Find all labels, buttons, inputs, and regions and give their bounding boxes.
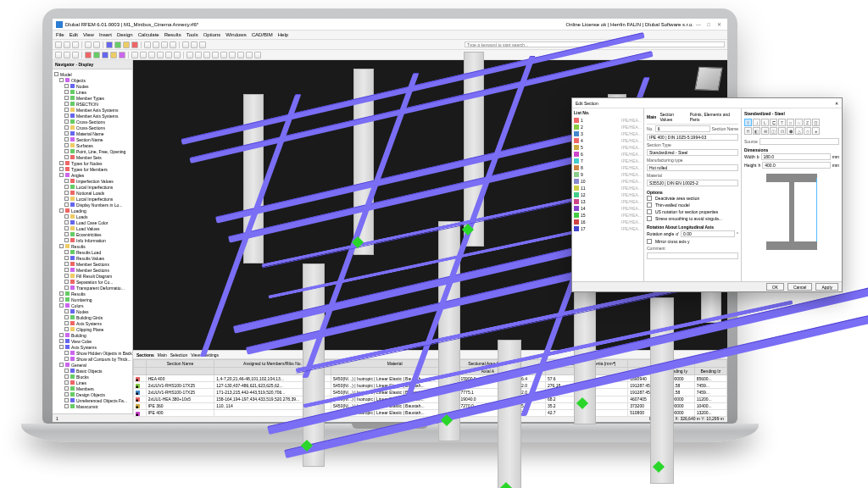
- opt3-label: US notation for section properties: [655, 209, 718, 214]
- menu-calculate[interactable]: Calculate: [138, 32, 159, 37]
- material-input[interactable]: [647, 180, 738, 186]
- menu-options[interactable]: Options: [203, 32, 221, 37]
- list-item[interactable]: 3IPE/HEA...: [574, 130, 642, 137]
- comment-input[interactable]: [647, 252, 738, 259]
- shape-button[interactable]: ◧: [753, 127, 760, 135]
- list-item[interactable]: 11IPE/HEA...: [574, 185, 642, 191]
- shape-selector: I ⊥ L ⊏ T □ ○ Z ∏ H ◧ ⊞ ◫ ⊡ ⬢ △ ◇ ●: [744, 119, 839, 135]
- shape-button[interactable]: L: [761, 119, 769, 126]
- menu-design[interactable]: Design: [117, 32, 133, 37]
- mfg-input[interactable]: [647, 164, 738, 171]
- shape-button[interactable]: T: [778, 119, 786, 126]
- shape-button[interactable]: ○: [795, 119, 803, 126]
- shape-i-button[interactable]: I: [744, 119, 752, 126]
- mirror-label: Mirror cross axis y: [655, 239, 690, 244]
- menu-cad/bim[interactable]: CAD/BIM: [252, 32, 273, 37]
- apply-button[interactable]: Apply: [815, 283, 838, 291]
- section-type-label: Section Type: [647, 142, 671, 147]
- dialog-list-panel: List No. 1IPE/HEA...2IPE/HEA...3IPE/HEA.…: [572, 108, 644, 281]
- shape-button[interactable]: △: [795, 127, 803, 135]
- tab-main[interactable]: Main: [647, 114, 656, 119]
- menu-help[interactable]: Help: [278, 32, 288, 37]
- window-title: Dlubal RFEM 6.01.0003 | M1_Minibus_Cinem…: [65, 22, 198, 27]
- comment-label: Comment: [647, 246, 665, 251]
- undo-button[interactable]: [85, 42, 92, 48]
- line-button[interactable]: [93, 52, 100, 58]
- list-item[interactable]: 9IPE/HEA...: [574, 171, 642, 178]
- opt2-check[interactable]: [647, 202, 652, 208]
- list-item[interactable]: 1IPE/HEA...: [574, 117, 642, 124]
- dialog-close-button[interactable]: ✕: [835, 101, 838, 106]
- width-input[interactable]: [761, 153, 831, 160]
- shape-button[interactable]: □: [787, 119, 794, 126]
- list-item[interactable]: 10IPE/HEA...: [574, 178, 642, 185]
- section-no-label: No.: [647, 126, 654, 131]
- minimize-button[interactable]: —: [693, 22, 704, 27]
- menu-windows[interactable]: Windows: [225, 32, 246, 37]
- shape-button[interactable]: ⊡: [778, 127, 786, 135]
- rotation-sym: α': [676, 231, 679, 236]
- menu-tools[interactable]: Tools: [186, 32, 198, 37]
- section-type-input[interactable]: [647, 149, 738, 156]
- menu-edit[interactable]: Edit: [70, 32, 78, 37]
- section-no-input[interactable]: [655, 125, 710, 132]
- move-button[interactable]: [64, 52, 70, 58]
- opt4-check[interactable]: [647, 216, 652, 221]
- node-button[interactable]: [85, 52, 92, 58]
- shape-button[interactable]: Z: [804, 119, 811, 126]
- width-label: Width: [744, 154, 755, 159]
- list-item[interactable]: 17IPE/HEA...: [574, 225, 642, 232]
- height-input[interactable]: [762, 162, 830, 169]
- source-label: Source: [744, 139, 758, 144]
- menu-insert[interactable]: Insert: [99, 32, 112, 37]
- list-item[interactable]: 6IPE/HEA...: [574, 151, 642, 158]
- menu-file[interactable]: File: [56, 32, 64, 37]
- ok-button[interactable]: OK: [766, 283, 784, 291]
- list-item[interactable]: 8IPE/HEA...: [574, 164, 642, 171]
- rotate-button[interactable]: [72, 52, 79, 58]
- list-item[interactable]: 7IPE/HEA...: [574, 158, 642, 164]
- shape-button[interactable]: ◫: [770, 127, 777, 135]
- list-item[interactable]: 14IPE/HEA...: [574, 205, 642, 212]
- shape-button[interactable]: ∏: [812, 119, 820, 126]
- opt1-check[interactable]: [647, 196, 652, 201]
- opt1-label: Deactivate area section: [655, 196, 699, 201]
- list-item[interactable]: 12IPE/HEA...: [574, 191, 642, 198]
- width-unit: mm: [832, 154, 839, 159]
- shape-button[interactable]: ◇: [804, 127, 811, 135]
- open-button[interactable]: [64, 42, 70, 48]
- redo-button[interactable]: [93, 42, 100, 48]
- list-item[interactable]: 13IPE/HEA...: [574, 198, 642, 205]
- source-input[interactable]: [760, 138, 839, 145]
- section-preview: [766, 174, 817, 250]
- select-button[interactable]: [55, 52, 62, 58]
- new-button[interactable]: [55, 42, 62, 48]
- list-item[interactable]: 15IPE/HEA...: [574, 212, 642, 219]
- opt3-check[interactable]: [647, 209, 652, 214]
- shape-button[interactable]: ●: [812, 127, 820, 135]
- shape-button[interactable]: H: [744, 127, 752, 135]
- shape-button[interactable]: ⊥: [753, 119, 760, 126]
- cancel-button[interactable]: Cancel: [787, 283, 813, 291]
- mfg-label: Manufacturing type: [647, 158, 683, 163]
- mirror-check[interactable]: [647, 239, 652, 244]
- list-item[interactable]: 2IPE/HEA...: [574, 124, 642, 130]
- list-item[interactable]: 16IPE/HEA...: [574, 219, 642, 225]
- save-button[interactable]: [72, 42, 79, 48]
- height-unit: mm: [832, 163, 839, 168]
- menu-view[interactable]: View: [83, 32, 94, 37]
- tab-values[interactable]: Section Values: [659, 112, 686, 122]
- close-button[interactable]: ✕: [714, 21, 724, 27]
- shape-button[interactable]: ⊞: [761, 127, 769, 135]
- list-item[interactable]: 5IPE/HEA...: [574, 144, 642, 151]
- shape-button[interactable]: ⬢: [787, 127, 794, 135]
- maximize-button[interactable]: □: [704, 22, 714, 27]
- rotation-input[interactable]: [681, 230, 735, 237]
- tab-points[interactable]: Points, Elements and Parts: [690, 112, 738, 122]
- menu-results[interactable]: Results: [164, 32, 181, 37]
- opt2-label: Thin-walled model: [655, 202, 690, 208]
- section-name-input[interactable]: [647, 134, 738, 141]
- list-item[interactable]: 4IPE/HEA...: [574, 137, 642, 144]
- shape-button[interactable]: ⊏: [770, 119, 777, 126]
- dialog-titlebar: Edit Section ✕: [572, 98, 842, 108]
